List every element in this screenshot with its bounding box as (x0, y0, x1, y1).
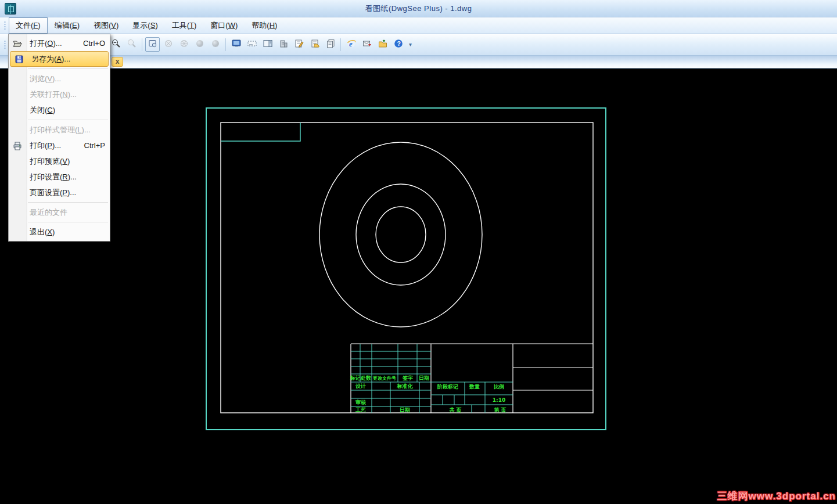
svg-text:比例: 比例 (494, 384, 504, 390)
menu-item-print[interactable]: 打印(P)... Ctrl+P (9, 138, 110, 153)
zoom-previous-icon (127, 38, 137, 51)
document-tabbar: x (0, 56, 837, 69)
window-title: 看图纸(DwgSee Plus) - 1.dwg (0, 3, 837, 14)
titlebar: 看图纸(DwgSee Plus) - 1.dwg (0, 0, 837, 17)
browser-button[interactable]: e (344, 37, 358, 52)
fullscreen-button[interactable] (229, 37, 243, 52)
side-panel-icon (263, 38, 273, 51)
svg-text:日期: 日期 (400, 407, 410, 413)
render-button (208, 37, 222, 52)
toolbar-separator (142, 38, 142, 51)
svg-text:处数: 处数 (360, 375, 372, 381)
menu-help[interactable]: 帮助(H) (245, 17, 284, 34)
menu-window[interactable]: 窗口(W) (203, 17, 245, 34)
sheet-corner-box (221, 123, 300, 141)
svg-text:共 页: 共 页 (449, 407, 461, 413)
menu-item-open[interactable]: 打开(O)... Ctrl+O (9, 35, 110, 51)
sheet-outer-border (206, 108, 606, 430)
viewport-button[interactable] (145, 37, 160, 52)
menu-item-recent-files: 最近的文件 (9, 204, 110, 220)
svg-text:?: ? (397, 40, 400, 47)
part-circles (319, 142, 482, 327)
zoom-previous-button (124, 37, 139, 52)
copy-pages-icon (325, 38, 336, 51)
circle-cross-icon (179, 38, 189, 51)
copy-button[interactable] (323, 37, 337, 52)
svg-text:数量: 数量 (469, 384, 480, 390)
circle-cross-icon (163, 38, 174, 51)
menu-item-print-preview[interactable]: 打印预览(V) (9, 153, 110, 169)
menu-item-print-setup[interactable]: 打印设置(R)... (9, 169, 110, 185)
dwg-drawing: 标记 处数 更改文件号 签字 日期 设计 标准化 审核 工艺 日期 阶段标记 数… (0, 69, 837, 504)
menu-separator (28, 120, 108, 120)
svg-text:1:10: 1:10 (493, 397, 505, 403)
open-folder-button[interactable] (375, 37, 390, 52)
menu-display[interactable]: 显示(S) (125, 17, 164, 34)
folder-up-icon (378, 38, 388, 51)
menu-item-page-setup[interactable]: 页面设置(P)... (9, 185, 110, 200)
menu-view[interactable]: 视图(V) (87, 17, 125, 34)
menu-separator (28, 202, 108, 203)
viewport-icon (148, 38, 158, 51)
menu-item-exit[interactable]: 退出(X) (9, 224, 110, 240)
3d-view-button (177, 37, 191, 52)
send-button[interactable] (360, 37, 374, 52)
open-folder-icon (9, 38, 26, 49)
building-icon (278, 38, 289, 51)
svg-text:日期: 日期 (419, 375, 429, 381)
svg-text:签字: 签字 (402, 375, 413, 381)
menubar: 文件(F) 编辑(E) 视图(V) 显示(S) 工具(T) 窗口(W) 帮助(H… (0, 17, 837, 34)
svg-text:标准化: 标准化 (397, 383, 414, 389)
menu-edit[interactable]: 编辑(E) (48, 17, 87, 34)
menu-tools[interactable]: 工具(T) (165, 17, 204, 34)
doc-folder-icon (310, 38, 320, 51)
toolbar-separator (225, 38, 226, 51)
toolbar-overflow-button[interactable]: ▾ (407, 41, 414, 48)
menu-item-save-as[interactable]: 另存为(A)... (10, 51, 109, 67)
panel-button[interactable] (260, 37, 275, 52)
file-info-button[interactable] (307, 37, 322, 52)
svg-text:审核: 审核 (355, 399, 367, 405)
file-menu-popup: 打开(O)... Ctrl+O 另存为(A)... 浏览(V)... 关联打开(… (8, 34, 110, 242)
monitor-icon (231, 38, 242, 51)
menu-separator (28, 69, 108, 69)
sphere-icon (195, 38, 205, 51)
svg-text:工艺: 工艺 (355, 407, 366, 413)
zoom-out-icon (111, 38, 121, 51)
menu-item-associate-open: 关联打开(N)... (9, 87, 110, 102)
sheet-inner-frame (221, 123, 593, 413)
save-icon (10, 54, 28, 64)
watermark: 三维网www.3dportal.cn (717, 489, 836, 503)
named-view-button (161, 37, 175, 52)
drawing-canvas[interactable]: 标记 处数 更改文件号 签字 日期 设计 标准化 审核 工艺 日期 阶段标记 数… (0, 69, 837, 504)
svg-text:设计: 设计 (355, 383, 366, 389)
browser-e-icon: e (346, 38, 357, 51)
send-mail-icon (362, 38, 372, 51)
svg-text:阶段标记: 阶段标记 (437, 384, 458, 390)
help-button[interactable]: ? (391, 37, 405, 52)
menu-file[interactable]: 文件(F) (9, 17, 48, 34)
menubar-grip[interactable] (3, 21, 6, 30)
printer-icon (9, 141, 26, 151)
command-bar-button[interactable] (245, 37, 259, 52)
tab-close-button[interactable]: x (112, 57, 123, 67)
dashed-panel-icon (247, 38, 257, 51)
svg-text:第 页: 第 页 (493, 407, 506, 413)
pencil-doc-icon (294, 38, 304, 51)
title-block-labels: 标记 处数 更改文件号 签字 日期 设计 标准化 审核 工艺 日期 阶段标记 数… (350, 375, 506, 413)
svg-text:更改文件号: 更改文件号 (373, 376, 396, 381)
menu-separator (28, 222, 108, 222)
shade-button (192, 37, 207, 52)
help-icon: ? (393, 38, 404, 51)
sphere-icon (210, 38, 221, 51)
menu-item-plot-style-manager: 打印样式管理(L)... (9, 122, 110, 138)
menu-item-browse: 浏览(V)... (9, 71, 110, 87)
toolbar-separator (340, 38, 341, 51)
zoom-out-button[interactable] (109, 37, 123, 52)
svg-text:标记: 标记 (350, 375, 361, 381)
toolbar-grip[interactable] (3, 40, 6, 49)
markup-button[interactable] (292, 37, 306, 52)
layout-button[interactable] (276, 37, 290, 52)
menu-item-close[interactable]: 关闭(C) (9, 102, 110, 118)
toolbar: e ? ▾ (0, 34, 837, 56)
